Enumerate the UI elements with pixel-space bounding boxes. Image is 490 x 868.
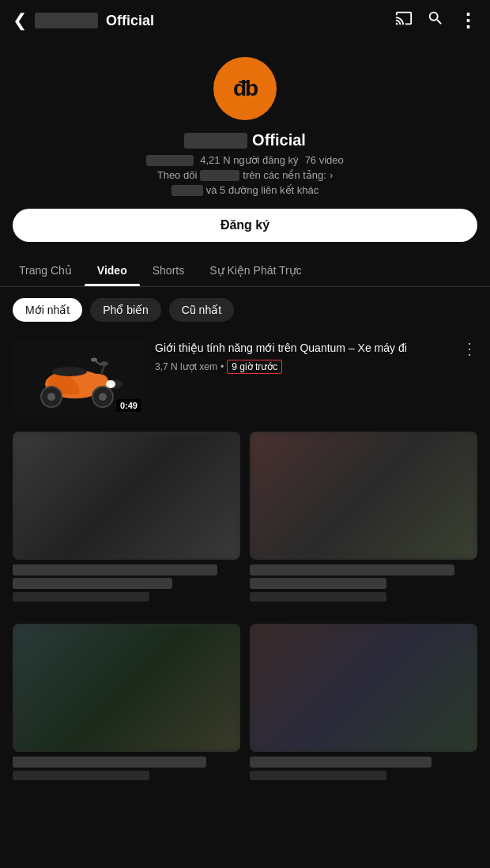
- video-meta-1: 3,7 N lượt xem • 9 giờ trước: [155, 360, 477, 374]
- video-item-grid-2: [13, 616, 477, 788]
- channel-title-row: Official: [184, 131, 306, 149]
- thumb-blur-3: [250, 432, 477, 560]
- channel-header: đb Official 4,21 N người đăng ký 76 vide…: [0, 41, 490, 209]
- top-bar: ❮ Official ⋮: [0, 0, 490, 41]
- video-meta-blur-4: [13, 771, 149, 780]
- more-options-button[interactable]: ⋮: [458, 9, 477, 32]
- tab-video[interactable]: Video: [85, 255, 140, 286]
- top-bar-icons: ⋮: [395, 9, 477, 32]
- video-thumbnail-5: [250, 624, 477, 752]
- channel-name-blur-bar: [35, 13, 98, 28]
- video-thumbnail-2: [13, 432, 240, 560]
- svg-point-13: [91, 357, 97, 361]
- channel-avatar: đb: [213, 57, 277, 120]
- video-title-1: Giới thiệu tính năng mới trên Quantum – …: [155, 341, 457, 357]
- thumb-blur-2: [13, 432, 240, 560]
- video-info-1: Giới thiệu tính năng mới trên Quantum – …: [155, 341, 477, 374]
- channel-name-blur-title: [184, 133, 247, 149]
- channel-id-blur: [146, 155, 194, 166]
- tabs-bar: Trang Chủ Video Shorts Sự Kiện Phát Trực: [0, 255, 490, 287]
- video-item-1: 0:49 Giới thiệu tính năng mới trên Quant…: [13, 333, 477, 424]
- tab-home[interactable]: Trang Chủ: [6, 255, 85, 286]
- thumb-blur-5: [250, 624, 477, 752]
- video-title-blur-4: [13, 757, 206, 768]
- video-meta-blur-2: [13, 592, 149, 602]
- video-thumbnail-3: [250, 432, 477, 560]
- filter-row: Mới nhất Phổ biến Cũ nhất: [0, 287, 490, 333]
- back-button[interactable]: ❮: [13, 10, 27, 31]
- video-title-blur-5: [250, 757, 432, 768]
- video-more-btn-1[interactable]: ⋮: [462, 341, 477, 357]
- subscriber-count: 4,21 N người đăng ký: [200, 154, 298, 166]
- channel-title-text: Official: [252, 131, 306, 149]
- video-meta-blur-3: [250, 592, 386, 602]
- video-title-blur-2b: [13, 578, 172, 589]
- video-title-row-1: Giới thiệu tính năng mới trên Quantum – …: [155, 341, 477, 357]
- svg-point-2: [52, 367, 87, 376]
- svg-point-11: [107, 379, 122, 389]
- video-thumbnail-1[interactable]: 0:49: [13, 341, 145, 416]
- filter-newest[interactable]: Mới nhất: [13, 298, 82, 322]
- cast-button[interactable]: [395, 9, 413, 32]
- video-list: 0:49 Giới thiệu tính năng mới trên Quant…: [0, 333, 490, 788]
- search-button[interactable]: [427, 9, 444, 32]
- video-title-blur-2: [13, 564, 217, 576]
- subscribe-button[interactable]: Đăng ký: [13, 209, 477, 242]
- video-item-4[interactable]: [13, 624, 240, 780]
- filter-oldest[interactable]: Cũ nhất: [169, 298, 234, 322]
- thumb-blur-4: [13, 624, 240, 752]
- svg-point-4: [100, 361, 108, 366]
- links-blur: [172, 185, 203, 196]
- video-item-5[interactable]: [250, 624, 477, 780]
- tab-shorts[interactable]: Shorts: [140, 255, 197, 286]
- follow-label: Theo dõi: [157, 169, 198, 181]
- video-item-grid: [13, 424, 477, 609]
- follow-on-text: trên các nền tảng:: [243, 169, 326, 181]
- links-text: và 5 đường liên kết khác: [206, 184, 319, 196]
- arrow-icon[interactable]: ›: [330, 169, 333, 181]
- tab-live[interactable]: Sự Kiện Phát Trực: [197, 255, 314, 286]
- channel-links-row: và 5 đường liên kết khác: [172, 184, 319, 196]
- svg-point-6: [99, 393, 107, 401]
- avatar-logo: đb: [233, 76, 257, 101]
- video-title-blur-3b: [250, 578, 386, 589]
- video-count: 76 video: [305, 154, 344, 166]
- channel-follow-row: Theo dõi trên các nền tảng: ›: [157, 169, 334, 181]
- video-time-badge-1: 9 giờ trước: [227, 360, 282, 374]
- video-item-2[interactable]: [13, 432, 240, 602]
- filter-popular[interactable]: Phổ biến: [90, 298, 161, 322]
- platform-blur: [200, 170, 239, 181]
- top-bar-left: ❮ Official: [13, 10, 154, 31]
- channel-meta-row: 4,21 N người đăng ký 76 video: [146, 154, 344, 166]
- svg-point-8: [47, 393, 55, 401]
- video-meta-blur-5: [250, 771, 386, 780]
- video-views-1: 3,7 N lượt xem: [155, 361, 217, 372]
- top-bar-title: Official: [106, 13, 154, 29]
- bullet-sep: •: [220, 361, 224, 372]
- video-thumbnail-4: [13, 624, 240, 752]
- video-duration-1: 0:49: [116, 399, 141, 412]
- video-title-blur-3: [250, 564, 454, 576]
- video-item-3[interactable]: [250, 432, 477, 602]
